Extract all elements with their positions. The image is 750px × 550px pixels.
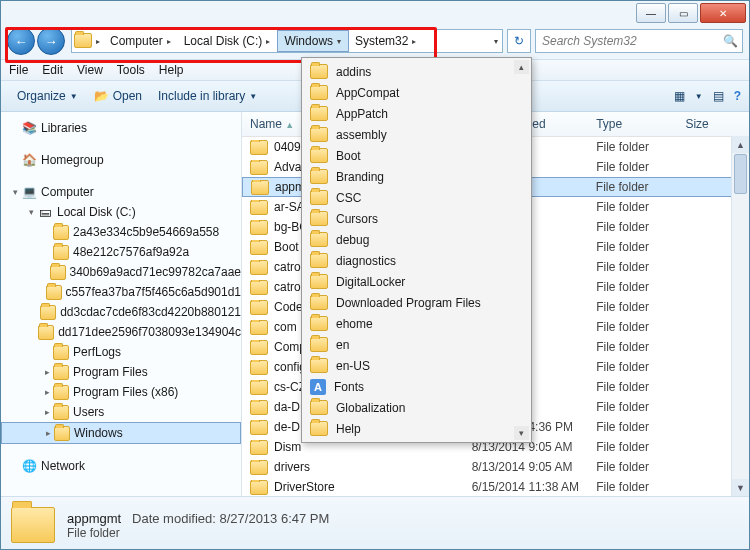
help-button[interactable]: ? <box>734 89 741 103</box>
folder-icon <box>310 85 328 100</box>
search-input[interactable]: Search System32 🔍 <box>535 29 743 53</box>
file-type: File folder <box>588 480 677 494</box>
dropdown-item-label: addins <box>336 65 371 79</box>
tree-item-label: 340b69a9acd71ec99782ca7aae <box>70 265 242 279</box>
dropdown-item[interactable]: AppPatch <box>304 103 529 124</box>
tree-item[interactable]: ▾🖴Local Disk (C:) <box>1 202 241 222</box>
file-type: File folder <box>588 320 677 334</box>
folder-icon <box>38 324 54 340</box>
folder-icon <box>53 344 69 360</box>
chevron-right-icon[interactable]: ▸ <box>92 37 104 46</box>
scroll-up-button[interactable]: ▲ <box>732 136 749 153</box>
folder-icon <box>250 280 268 295</box>
tree-item[interactable]: c557fea37ba7f5f465c6a5d901d1 <box>1 282 241 302</box>
folder-icon <box>250 420 268 435</box>
menu-file[interactable]: File <box>9 63 28 77</box>
dropdown-item[interactable]: Help <box>304 418 529 439</box>
dropdown-item[interactable]: ehome <box>304 313 529 334</box>
nav-forward-button[interactable]: → <box>37 27 65 55</box>
tree-item-label: PerfLogs <box>73 345 121 359</box>
folder-icon <box>310 400 328 415</box>
tree-item[interactable]: 340b69a9acd71ec99782ca7aae <box>1 262 241 282</box>
view-options-button[interactable]: ▦ <box>674 89 685 103</box>
breadcrumb-local-disk[interactable]: Local Disk (C:)▸ <box>178 30 278 52</box>
scrollbar-thumb[interactable] <box>734 154 747 194</box>
tree-item[interactable]: 🏠Homegroup <box>1 150 241 170</box>
dropdown-item[interactable]: en-US <box>304 355 529 376</box>
navigation-tree[interactable]: 📚Libraries🏠Homegroup▾💻Computer▾🖴Local Di… <box>1 112 242 496</box>
dropdown-item-label: Boot <box>336 149 361 163</box>
breadcrumb-dropdown[interactable]: ▴ addinsAppCompatAppPatchassemblyBootBra… <box>301 57 532 443</box>
drive-icon: 🖴 <box>37 204 53 220</box>
dropdown-item[interactable]: Boot <box>304 145 529 166</box>
tree-item[interactable]: 🌐Network <box>1 456 241 476</box>
menu-tools[interactable]: Tools <box>117 63 145 77</box>
folder-icon <box>54 425 70 441</box>
dropdown-item-label: assembly <box>336 128 387 142</box>
file-name: DriverStore <box>274 480 335 494</box>
menu-view[interactable]: View <box>77 63 103 77</box>
dropdown-item[interactable]: Branding <box>304 166 529 187</box>
file-date: 6/15/2014 11:38 AM <box>464 480 589 494</box>
dropdown-item-label: CSC <box>336 191 361 205</box>
dropdown-item[interactable]: assembly <box>304 124 529 145</box>
dropdown-item[interactable]: AppCompat <box>304 82 529 103</box>
scroll-down-button[interactable]: ▾ <box>514 426 529 440</box>
folder-icon <box>250 200 268 215</box>
breadcrumb-system32[interactable]: System32▸ <box>349 30 423 52</box>
minimize-button[interactable]: — <box>636 3 666 23</box>
tree-item[interactable]: dd171dee2596f7038093e134904c <box>1 322 241 342</box>
tree-item[interactable]: ▸Windows <box>1 422 241 444</box>
table-row[interactable]: DriverStore6/15/2014 11:38 AMFile folder <box>242 477 749 496</box>
tree-item[interactable]: dd3cdac7cde6f83cd4220b880121 <box>1 302 241 322</box>
maximize-button[interactable]: ▭ <box>668 3 698 23</box>
dropdown-item[interactable]: DigitalLocker <box>304 271 529 292</box>
tree-item[interactable]: PerfLogs <box>1 342 241 362</box>
tree-item[interactable]: 📚Libraries <box>1 118 241 138</box>
title-bar: — ▭ ✕ <box>1 1 749 27</box>
dropdown-item[interactable]: addins <box>304 61 529 82</box>
refresh-button[interactable]: ↻ <box>507 29 531 53</box>
dropdown-item[interactable]: Cursors <box>304 208 529 229</box>
chevron-down-icon[interactable]: ▾ <box>490 37 502 46</box>
vertical-scrollbar[interactable]: ▲ ▼ <box>731 136 749 496</box>
organize-button[interactable]: Organize▼ <box>9 86 86 106</box>
breadcrumb[interactable]: ▸ Computer▸ Local Disk (C:)▸ Windows▾ Sy… <box>71 29 503 53</box>
folder-icon <box>250 300 268 315</box>
tree-item-label: Program Files (x86) <box>73 385 178 399</box>
breadcrumb-windows[interactable]: Windows▾ <box>277 30 349 52</box>
dropdown-item[interactable]: Globalization <box>304 397 529 418</box>
dropdown-item[interactable]: debug <box>304 229 529 250</box>
dropdown-item[interactable]: Downloaded Program Files <box>304 292 529 313</box>
open-button[interactable]: 📂Open <box>86 86 150 106</box>
file-type: File folder <box>588 260 677 274</box>
folder-icon <box>250 360 268 375</box>
tree-item[interactable]: ▸Program Files (x86) <box>1 382 241 402</box>
folder-icon <box>310 337 328 352</box>
tree-item[interactable]: 2a43e334c5b9e54669a558 <box>1 222 241 242</box>
dropdown-item[interactable]: CSC <box>304 187 529 208</box>
tree-item[interactable]: ▾💻Computer <box>1 182 241 202</box>
menu-help[interactable]: Help <box>159 63 184 77</box>
dropdown-item[interactable]: en <box>304 334 529 355</box>
scroll-down-button[interactable]: ▼ <box>732 479 749 496</box>
folder-icon <box>53 364 69 380</box>
dropdown-item[interactable]: AFonts <box>304 376 529 397</box>
folder-icon <box>310 127 328 142</box>
preview-pane-button[interactable]: ▤ <box>713 89 724 103</box>
net-icon: 🌐 <box>21 458 37 474</box>
tree-item-label: Homegroup <box>41 153 104 167</box>
include-in-library-button[interactable]: Include in library▼ <box>150 86 265 106</box>
tree-item[interactable]: 48e212c7576af9a92a <box>1 242 241 262</box>
scroll-up-button[interactable]: ▴ <box>514 60 529 74</box>
file-type: File folder <box>588 300 677 314</box>
nav-back-button[interactable]: ← <box>7 27 35 55</box>
dropdown-item-label: AppCompat <box>336 86 399 100</box>
dropdown-item[interactable]: diagnostics <box>304 250 529 271</box>
breadcrumb-computer[interactable]: Computer▸ <box>104 30 178 52</box>
table-row[interactable]: drivers8/13/2014 9:05 AMFile folder <box>242 457 749 477</box>
menu-edit[interactable]: Edit <box>42 63 63 77</box>
close-button[interactable]: ✕ <box>700 3 746 23</box>
tree-item[interactable]: ▸Users <box>1 402 241 422</box>
tree-item[interactable]: ▸Program Files <box>1 362 241 382</box>
